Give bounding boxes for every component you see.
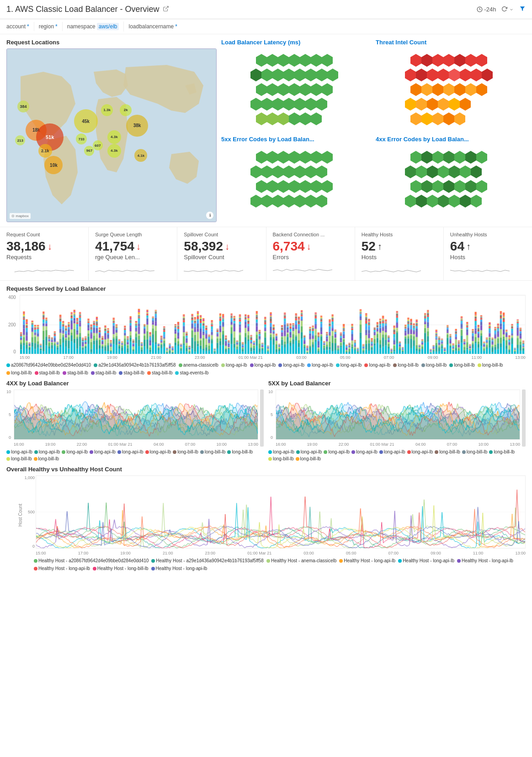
svg-marker-117	[454, 180, 465, 193]
stat-spillover-arrow: ↓	[225, 241, 229, 252]
svg-marker-55	[289, 180, 300, 193]
request-locations-title: Request Locations	[6, 39, 217, 46]
svg-marker-12	[272, 69, 283, 81]
stat-backend-arrow: ↓	[307, 241, 311, 252]
healthy-unhealthy-section: Overall Healthy vs Unhealthy Host Count …	[0, 466, 532, 576]
svg-marker-77	[449, 69, 460, 81]
svg-marker-3	[256, 54, 267, 67]
error-5xx-hex-grid	[223, 147, 369, 211]
svg-marker-46	[261, 165, 272, 178]
svg-marker-114	[421, 180, 432, 193]
stat-backend-sublabel: Errors	[273, 254, 348, 261]
filter-account[interactable]: account *	[6, 22, 34, 31]
stat-request-sparkline	[6, 261, 82, 274]
svg-marker-106	[405, 165, 416, 178]
stat-surge-value: 41,754	[95, 239, 134, 254]
svg-marker-35	[289, 112, 300, 125]
svg-marker-83	[432, 83, 443, 96]
latency-honeycomb	[221, 48, 371, 131]
svg-marker-102	[443, 151, 454, 164]
threat-intel-honeycomb	[376, 48, 526, 131]
healthy-x-axis: 15:0017:0019:0021:0023:0001:00 Mar 2103:…	[36, 551, 526, 555]
map-container[interactable]: 384 18k 51k 213 2.1k 10k 45k 733 967 607…	[6, 48, 217, 222]
svg-marker-111	[460, 165, 471, 178]
svg-marker-94	[410, 112, 421, 125]
svg-marker-33	[267, 112, 278, 125]
svg-marker-28	[283, 98, 294, 111]
5xx-scrollbar[interactable]	[522, 389, 526, 447]
mapbox-logo: ⊙ mapbox	[10, 213, 31, 219]
stat-healthy-sparkline	[362, 261, 421, 274]
svg-marker-88	[405, 98, 416, 111]
svg-marker-75	[427, 69, 438, 81]
share-icon[interactable]	[163, 5, 169, 13]
filter-loadbalancername[interactable]: loadbalancername *	[124, 22, 181, 31]
time-control[interactable]: -24h	[477, 6, 496, 13]
refresh-control[interactable]	[501, 6, 514, 13]
svg-marker-118	[465, 180, 476, 193]
filter-namespace[interactable]: namespace aws/elb	[63, 21, 124, 32]
svg-marker-59	[250, 195, 261, 208]
svg-marker-51	[316, 165, 327, 178]
stat-surge-sublabel: rge Queue Len...	[95, 254, 170, 261]
stat-surge-queue: Surge Queue Length 41,754 ↓ rge Queue Le…	[89, 227, 177, 280]
4xx-scrollbar[interactable]	[260, 389, 264, 447]
requests-served-section: Requests Served by Load Balancer 400 200…	[0, 281, 532, 380]
svg-marker-125	[460, 195, 471, 208]
map-info-icon[interactable]: ℹ	[206, 212, 213, 219]
error-5xx-title: 5xx Error Codes by Load Balan...	[221, 136, 371, 143]
stat-unhealthy-value: 64	[450, 239, 464, 254]
svg-marker-100	[421, 151, 432, 164]
error-5xx-honeycomb	[221, 145, 371, 214]
stat-unhealthy-sparkline	[450, 261, 510, 274]
filter-icon[interactable]	[519, 5, 526, 13]
svg-marker-63	[294, 195, 305, 208]
svg-marker-69	[443, 54, 454, 67]
svg-marker-43	[311, 151, 322, 164]
stat-healthy-arrow: ↑	[378, 241, 382, 252]
stat-spillover: Spillover Count 58,392 ↓ Spillover Count	[177, 227, 266, 280]
svg-marker-31	[316, 98, 327, 111]
svg-marker-49	[294, 165, 305, 178]
svg-marker-14	[294, 69, 305, 81]
svg-marker-30	[305, 98, 316, 111]
svg-marker-15	[305, 69, 316, 81]
error-4xx-panel: 4xx Error Codes by Load Balan...	[376, 136, 526, 214]
svg-marker-53	[267, 180, 278, 193]
svg-marker-86	[465, 83, 476, 96]
svg-marker-11	[261, 69, 272, 81]
latency-panel: Load Balancer Latency (ms)	[221, 39, 371, 131]
filter-region[interactable]: region *	[34, 22, 63, 31]
svg-marker-89	[416, 98, 427, 111]
stat-unhealthy-label: Unhealthy Hosts	[450, 232, 526, 237]
stat-healthy-value: 52	[362, 239, 376, 254]
svg-marker-48	[283, 165, 294, 178]
stat-surge-arrow: ↓	[136, 241, 141, 252]
svg-marker-66	[410, 54, 421, 67]
svg-marker-79	[471, 69, 482, 81]
svg-marker-98	[454, 112, 465, 125]
svg-marker-116	[443, 180, 454, 193]
svg-marker-13	[283, 69, 294, 81]
svg-marker-72	[476, 54, 487, 67]
5xx-section: 5XX by Load Balancer 1050 16:0019:0022:0…	[268, 380, 526, 461]
healthy-chart	[36, 475, 526, 549]
svg-marker-105	[476, 151, 487, 164]
svg-marker-57	[311, 180, 322, 193]
svg-marker-121	[416, 195, 427, 208]
svg-marker-38	[256, 151, 267, 164]
latency-title: Load Balancer Latency (ms)	[221, 39, 371, 46]
svg-marker-47	[272, 165, 283, 178]
svg-marker-41	[289, 151, 300, 164]
request-locations-panel: Request Locations	[6, 39, 217, 222]
svg-marker-50	[305, 165, 316, 178]
svg-marker-6	[289, 54, 300, 67]
svg-marker-24	[322, 83, 333, 96]
stats-row: Request Count 38,186 ↓ Requests Surge Qu…	[0, 227, 532, 281]
4xx-legend: long-api-lb long-api-lb long-api-lb long…	[6, 449, 264, 461]
4xx-x-axis: 16:0019:0022:0001:00 Mar 2104:0007:0010:…	[14, 442, 258, 447]
stat-healthy: Healthy Hosts 52 ↑ Hosts	[355, 227, 444, 280]
svg-marker-110	[449, 165, 460, 178]
svg-marker-20	[278, 83, 289, 96]
svg-marker-70	[454, 54, 465, 67]
